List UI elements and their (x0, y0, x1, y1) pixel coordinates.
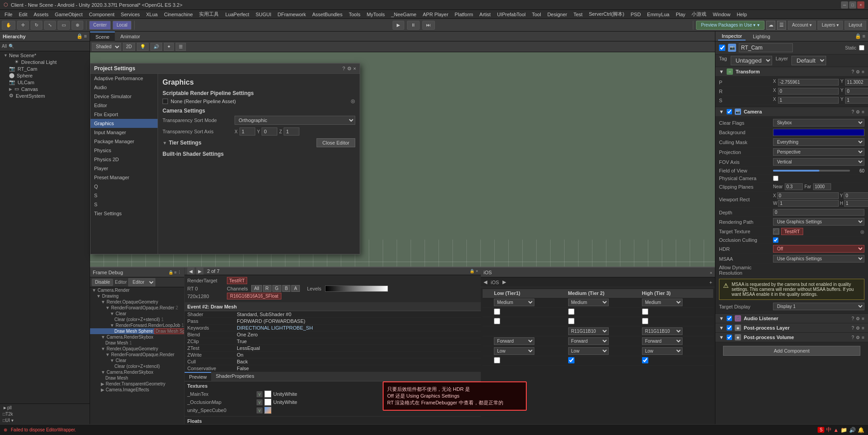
step-button[interactable]: ⏭ (422, 21, 435, 30)
camera-settings-icon[interactable]: ⚙ (856, 109, 860, 114)
menu-item-gameobject[interactable]: GameObject (52, 11, 86, 18)
menu-item-play[interactable]: Play (673, 11, 688, 18)
editor-select[interactable]: Editor (128, 278, 155, 286)
ps-adaptive[interactable]: Adaptive Performance (90, 74, 158, 83)
camera-active-checkbox[interactable] (727, 109, 732, 114)
ps-editor[interactable]: Editor (90, 101, 158, 110)
tier-right-arrow[interactable]: ▶ (502, 279, 506, 285)
fd-menu-icon[interactable]: ≡ (174, 270, 176, 275)
toolbar-center[interactable]: Center (89, 21, 111, 30)
toolbar-transform-all[interactable]: ⊕ (72, 21, 83, 30)
channel-all[interactable]: All (251, 285, 262, 292)
ps-physics[interactable]: Physics (90, 146, 158, 155)
menu-item-dframework[interactable]: DFramework (275, 11, 308, 18)
tier-t3-select[interactable]: Medium (642, 299, 683, 306)
scene-gizmos-btn[interactable]: ☰ (176, 43, 186, 51)
fd-clear-1[interactable]: ▼ Clear (90, 311, 184, 317)
camera-header[interactable]: ▼ 📷 Camera ? ⚙ ≡ (715, 107, 868, 116)
tree-item-ulcam[interactable]: 📷 ULCam (0, 79, 90, 86)
fd-draw-mesh-2[interactable]: Draw Mesh (90, 375, 184, 381)
audio-listener-header[interactable]: ▼ 🎵 Audio Listener ? ⚙ ≡ (715, 314, 868, 323)
target-texture-pick-icon[interactable]: ◎ (860, 229, 864, 234)
menu-item-xlua[interactable]: XLua (144, 11, 161, 18)
fd-render-opaque-2[interactable]: ▼ Render.OpaqueGeometry (90, 346, 184, 352)
inspector-tab[interactable]: Inspector (718, 32, 746, 41)
tier-low-t1-select[interactable]: Low (494, 347, 534, 355)
audio-menu-icon[interactable]: ≡ (862, 316, 864, 321)
ppv-settings-icon[interactable]: ⚙ (856, 335, 860, 340)
toolbar-local[interactable]: Local (113, 21, 131, 30)
scale-x-input[interactable] (778, 97, 839, 104)
menu-item-----[interactable]: 实用工具 (196, 10, 222, 18)
menu-item-mytools[interactable]: MyTools (364, 11, 387, 18)
ps-script[interactable]: S (90, 191, 158, 200)
axis-y-input[interactable] (262, 127, 277, 136)
far-input[interactable] (813, 183, 831, 190)
object-active-checkbox[interactable] (719, 45, 725, 51)
tier-r11-t2-select[interactable]: R11G11B10 (568, 327, 609, 335)
vp-x-input[interactable] (777, 192, 839, 199)
menu-item-designer[interactable]: Designer (545, 11, 570, 18)
tier-cb2-t3-input[interactable] (642, 318, 648, 324)
tier-cb-t3-input[interactable] (642, 308, 648, 315)
hierarchy-lock-icon[interactable]: 🔒 (77, 33, 83, 39)
animator-tab[interactable]: Animator (115, 32, 145, 41)
ppl-help-icon[interactable]: ? (852, 326, 854, 331)
menu-item----[interactable]: 小游戏 (689, 10, 709, 18)
prev-event-button[interactable]: ◀ (187, 267, 194, 275)
collab-button[interactable]: ☁ (766, 21, 775, 30)
menu-item-component[interactable]: Component (86, 11, 117, 18)
toolbar-rect[interactable]: ▭ (58, 21, 70, 30)
tier-add-icon[interactable]: + (710, 280, 712, 285)
audio-help-icon[interactable]: ? (852, 316, 854, 321)
pos-x-input[interactable] (778, 79, 839, 86)
scene-lighting-btn[interactable]: 💡 (137, 43, 149, 51)
menu-item-sugui[interactable]: SUGUI (253, 11, 274, 18)
ppl-settings-icon[interactable]: ⚙ (856, 326, 860, 331)
play-button[interactable]: ▶ (393, 21, 404, 30)
add-component-button[interactable]: Add Component (723, 346, 860, 356)
fd-render-opaque-1[interactable]: ▼ Render.OpaqueGeometry (90, 299, 184, 305)
layers-button[interactable]: Layers ▾ (818, 21, 843, 30)
fd-camera-render[interactable]: ▼ Camera.Render (90, 287, 184, 293)
scene-audio-btn[interactable]: 🔊 (150, 43, 162, 51)
menu-item-help[interactable]: Help (734, 11, 750, 18)
menu-item-assets[interactable]: Assets (31, 11, 51, 18)
tier-cb2-t2-input[interactable] (568, 318, 574, 324)
fov-axis-select[interactable]: Vertical (773, 158, 864, 166)
menu-item-window[interactable]: Window (710, 11, 733, 18)
fd-clear-stencil-2[interactable]: Clear (color+Z+stencil) (90, 363, 184, 369)
transform-settings-icon[interactable]: ⚙ (856, 69, 860, 74)
tier-cb2-t1-input[interactable] (494, 318, 500, 324)
vp-w-input[interactable] (778, 200, 839, 207)
menu-item-services[interactable]: Services (118, 11, 142, 18)
maximize-button[interactable]: □ (849, 1, 856, 9)
toolbar-scale[interactable]: ⤡ (44, 21, 56, 30)
ps-physics2d[interactable]: Physics 2D (90, 155, 158, 164)
menu-item-uiprefabtool[interactable]: UIPrefabTool (494, 11, 529, 18)
account-button[interactable]: Account ▾ (788, 21, 816, 30)
menu-item-luaperfect[interactable]: LuaPerfect (222, 11, 252, 18)
tier-low-t3-select[interactable]: Low (642, 347, 683, 355)
tree-item-new-scene[interactable]: ▼ New Scene* (0, 52, 90, 59)
toolbar-rotate[interactable]: ↻ (31, 21, 42, 30)
fd-draw-mesh-sphere[interactable]: Draw Mesh Sphere Draw Mesh Sphere (90, 328, 184, 334)
transform-menu-icon[interactable]: ≡ (862, 69, 864, 74)
inspector-menu-icon[interactable]: ≡ (863, 33, 865, 39)
ps-preset[interactable]: Preset Manager (90, 173, 158, 182)
camera-menu-icon[interactable]: ≡ (862, 109, 864, 114)
fd-camera-skybox-1[interactable]: ▼ Camera.RenderSkybox (90, 334, 184, 340)
ps-tier[interactable]: Tier Settings (90, 209, 158, 218)
preview-tab[interactable]: Preview (185, 372, 211, 381)
details-close-icon[interactable]: × (476, 269, 478, 273)
post-process-layer-header[interactable]: ▼ ◈ Post-process Layer ? ⚙ ≡ (715, 323, 868, 332)
ps-input[interactable]: Input Manager (90, 128, 158, 137)
vp-h-input[interactable] (844, 200, 868, 207)
ppl-active-checkbox[interactable] (727, 325, 732, 331)
shading-mode-select[interactable]: Shaded (92, 43, 121, 51)
near-input[interactable] (785, 183, 803, 190)
tier-t2-select[interactable]: Medium (568, 299, 609, 306)
minimize-button[interactable]: ─ (841, 1, 848, 9)
tree-item-sphere[interactable]: ⬤ Sphere (0, 72, 90, 79)
clear-flags-select[interactable]: Skybox (773, 119, 864, 127)
